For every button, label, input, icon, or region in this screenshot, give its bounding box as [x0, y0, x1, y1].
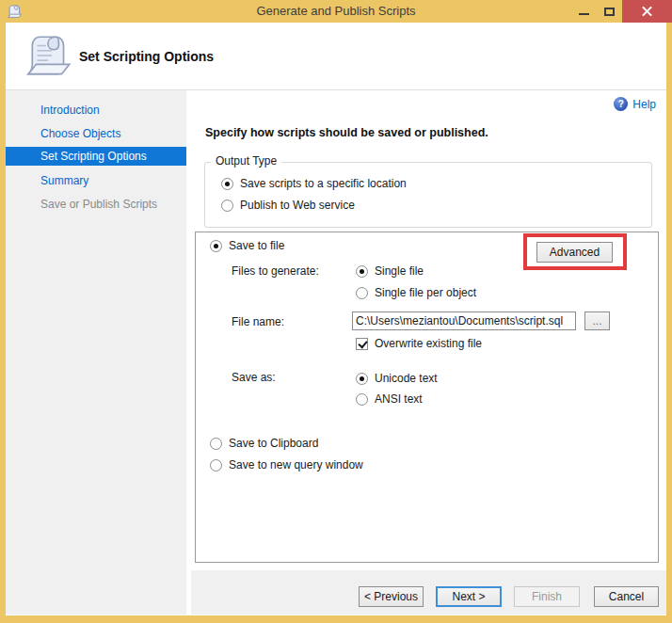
wizard-header: Set Scripting Options [6, 23, 666, 90]
publish-web-service-option[interactable]: Publish to Web service [221, 198, 355, 213]
radio-label: Save scripts to a specific location [240, 177, 407, 190]
ansi-text-option[interactable]: ANSI text [356, 391, 423, 407]
maximize-icon [604, 8, 615, 16]
radio-save-scripts-location[interactable] [221, 178, 233, 190]
wizard-steps-sidebar: Introduction Choose Objects Set Scriptin… [6, 90, 186, 615]
radio-unicode-text[interactable] [356, 373, 368, 385]
save-to-file-option[interactable]: Save to file [210, 238, 284, 253]
radio-save-to-file[interactable] [210, 240, 222, 252]
single-file-per-object-option[interactable]: Single file per object [356, 285, 476, 300]
minimize-icon [579, 13, 589, 15]
save-scripts-location-option[interactable]: Save scripts to a specific location [221, 176, 407, 191]
sidebar-item-set-scripting-options[interactable]: Set Scripting Options [6, 147, 186, 166]
window-body: Set Scripting Options Introduction Choos… [6, 23, 666, 615]
radio-label: Publish to Web service [240, 199, 355, 212]
window-controls [571, 0, 672, 23]
checkbox-label: Overwrite existing file [375, 337, 482, 350]
radio-label: ANSI text [375, 392, 423, 406]
save-to-clipboard-option[interactable]: Save to Clipboard [210, 436, 318, 451]
checkbox-overwrite-existing-file[interactable] [356, 338, 368, 350]
main-panel: ? Help Specify how scripts should be sav… [191, 90, 666, 570]
browse-button[interactable]: ... [584, 312, 610, 330]
file-name-input[interactable] [352, 312, 576, 330]
radio-save-to-new-query-window[interactable] [210, 459, 222, 471]
wizard-footer: < Previous Next > Finish Cancel [191, 570, 666, 615]
unicode-text-option[interactable]: Unicode text [356, 371, 438, 386]
output-type-group: Output Type Save scripts to a specific l… [204, 162, 652, 228]
sidebar-item-introduction[interactable]: Introduction [6, 98, 186, 121]
advanced-button[interactable]: Advanced [536, 242, 613, 263]
radio-label: Save to Clipboard [229, 437, 318, 450]
save-options-group: Save to file Advanced Files to generate:… [195, 232, 659, 563]
page-title: Set Scripting Options [79, 49, 214, 64]
radio-ansi-text[interactable] [356, 393, 368, 406]
instruction-text: Specify how scripts should be saved or p… [205, 126, 488, 139]
sidebar-item-choose-objects[interactable]: Choose Objects [6, 121, 186, 145]
radio-save-to-clipboard[interactable] [210, 438, 222, 450]
radio-single-file-per-object[interactable] [356, 287, 368, 299]
radio-label: Unicode text [375, 372, 438, 385]
overwrite-existing-file-option[interactable]: Overwrite existing file [356, 336, 482, 351]
radio-single-file[interactable] [356, 265, 368, 278]
scroll-icon [26, 31, 73, 82]
close-icon [641, 6, 653, 18]
sidebar-item-summary[interactable]: Summary [6, 168, 186, 192]
single-file-option[interactable]: Single file [356, 264, 424, 279]
next-button[interactable]: Next > [436, 586, 502, 607]
radio-label: Save to file [229, 239, 284, 252]
finish-button: Finish [514, 586, 580, 607]
wizard-window: Generate and Publish Scripts Set Scripti… [0, 0, 672, 623]
title-bar: Generate and Publish Scripts [0, 0, 672, 23]
save-to-new-query-window-option[interactable]: Save to new query window [210, 457, 363, 472]
maximize-button[interactable] [597, 0, 622, 23]
radio-label: Save to new query window [229, 458, 363, 471]
minimize-button[interactable] [571, 0, 597, 23]
radio-label: Single file [375, 264, 424, 278]
scroll-icon [8, 4, 23, 20]
help-icon: ? [614, 97, 628, 111]
files-to-generate-label: Files to generate: [232, 264, 319, 279]
radio-publish-web-service[interactable] [221, 200, 233, 212]
help-label: Help [632, 98, 656, 111]
radio-label: Single file per object [375, 286, 476, 299]
close-button[interactable] [622, 0, 672, 23]
file-name-label: File name: [232, 314, 284, 329]
sidebar-item-save-or-publish-scripts: Save or Publish Scripts [6, 192, 186, 216]
cancel-button[interactable]: Cancel [594, 586, 659, 607]
save-as-label: Save as: [232, 370, 276, 385]
help-link[interactable]: ? Help [614, 97, 656, 111]
output-type-group-label: Output Type [211, 154, 281, 168]
previous-button[interactable]: < Previous [359, 586, 424, 607]
